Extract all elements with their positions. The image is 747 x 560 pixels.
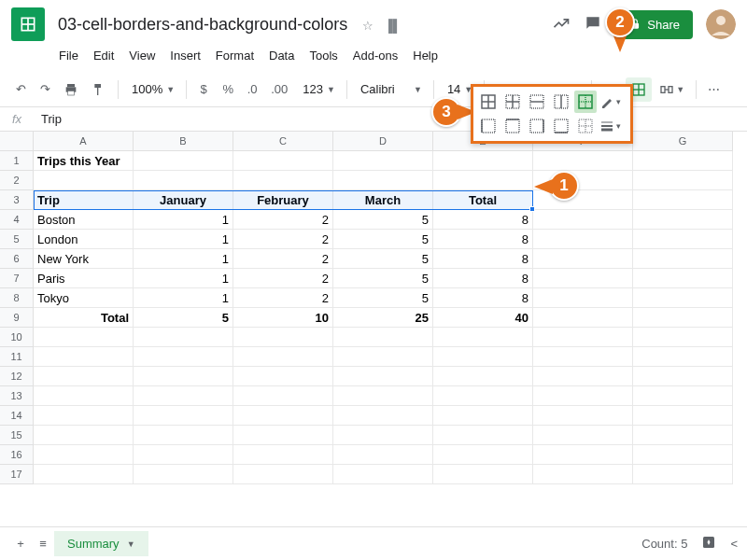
cell-F7[interactable] [533,269,633,288]
zoom-dropdown[interactable]: 100%▼ [124,74,180,105]
cell-B15[interactable] [134,426,233,445]
cell-C10[interactable] [233,328,333,347]
cell-G5[interactable] [633,230,733,249]
cell-G12[interactable] [633,367,733,386]
cell-A8[interactable]: Tokyo [34,288,134,308]
more-toolbar-button[interactable]: ⋯ [702,77,726,101]
cell-C13[interactable] [233,386,333,406]
star-icon[interactable]: ☆ [362,19,374,33]
trend-icon[interactable] [552,14,571,35]
menu-view[interactable]: View [122,45,162,66]
cell-C6[interactable]: 2 [233,249,333,269]
add-sheet-button[interactable]: + [9,532,32,555]
cell-G3[interactable] [633,190,733,210]
cell-B4[interactable]: 1 [134,210,233,230]
cell-A5[interactable]: London [34,230,134,249]
row-header-5[interactable]: 5 [0,230,34,249]
cell-G13[interactable] [633,386,733,406]
sheet-tab-menu-icon[interactable]: ▼ [127,539,135,549]
paint-format-button[interactable] [86,77,112,102]
cell-D9[interactable]: 25 [333,308,433,328]
cell-B6[interactable]: 1 [134,249,233,269]
cell-D11[interactable] [333,347,433,367]
row-header-11[interactable]: 11 [0,347,34,367]
menu-tools[interactable]: Tools [303,45,344,66]
row-header-16[interactable]: 16 [0,445,34,465]
cell-E12[interactable] [433,367,533,386]
border-right-icon[interactable] [526,115,548,137]
cell-F11[interactable] [533,347,633,367]
cell-F16[interactable] [533,445,633,465]
cell-B17[interactable] [134,465,233,484]
cell-A17[interactable] [34,465,134,484]
cell-B9[interactable]: 5 [134,308,233,328]
cell-E9[interactable]: 40 [433,308,533,328]
cell-B7[interactable]: 1 [134,269,233,288]
cell-F13[interactable] [533,386,633,406]
row-header-13[interactable]: 13 [0,386,34,406]
cell-D2[interactable] [333,171,433,190]
cell-C1[interactable] [233,151,333,171]
cell-A16[interactable] [34,445,134,465]
cell-D12[interactable] [333,367,433,386]
percent-button[interactable]: % [217,77,239,101]
sheet-tab-summary[interactable]: Summary ▼ [54,531,148,556]
cell-A14[interactable] [34,406,134,426]
cell-G10[interactable] [633,328,733,347]
cell-A9[interactable]: Total [34,308,134,328]
border-color-icon[interactable]: ▾ [599,91,621,113]
cell-F6[interactable] [533,249,633,269]
cell-A12[interactable] [34,367,134,386]
cell-G16[interactable] [633,445,733,465]
decrease-decimal-button[interactable]: .0 [241,77,263,101]
undo-button[interactable]: ↶ [9,77,32,101]
print-button[interactable] [58,77,84,102]
cell-B16[interactable] [134,445,233,465]
cell-E15[interactable] [433,426,533,445]
cell-B14[interactable] [134,406,233,426]
cell-F8[interactable] [533,288,633,308]
border-none-icon[interactable] [574,115,597,137]
cell-D1[interactable] [333,151,433,171]
border-horizontal-icon[interactable] [526,91,548,113]
row-header-3[interactable]: 3 [0,190,34,210]
cell-D4[interactable]: 5 [333,210,433,230]
chevron-left-icon[interactable]: < [730,537,738,551]
column-header-C[interactable]: C [233,132,333,151]
cell-A13[interactable] [34,386,134,406]
cell-B2[interactable] [134,171,233,190]
cell-B5[interactable]: 1 [134,230,233,249]
cell-G7[interactable] [633,269,733,288]
border-vertical-icon[interactable] [550,91,572,113]
cell-E5[interactable]: 8 [433,230,533,249]
menu-addons[interactable]: Add-ons [346,45,404,66]
cell-D17[interactable] [333,465,433,484]
cell-F10[interactable] [533,328,633,347]
row-header-9[interactable]: 9 [0,308,34,328]
cell-C7[interactable]: 2 [233,269,333,288]
cell-D3[interactable]: March [333,190,433,210]
cell-B12[interactable] [134,367,233,386]
row-header-8[interactable]: 8 [0,288,34,308]
row-header-1[interactable]: 1 [0,151,34,171]
cell-F15[interactable] [533,426,633,445]
cell-F1[interactable] [533,151,633,171]
cell-A11[interactable] [34,347,134,367]
cell-A3[interactable]: Trip [34,190,134,210]
cell-G14[interactable] [633,406,733,426]
cell-D10[interactable] [333,328,433,347]
border-all-icon[interactable] [477,91,500,113]
account-avatar[interactable] [706,9,736,39]
cell-E14[interactable] [433,406,533,426]
row-header-14[interactable]: 14 [0,406,34,426]
all-sheets-button[interactable]: ≡ [32,532,54,555]
cell-C11[interactable] [233,347,333,367]
column-header-A[interactable]: A [34,132,134,151]
cell-C8[interactable]: 2 [233,288,333,308]
cell-F9[interactable] [533,308,633,328]
cell-D5[interactable]: 5 [333,230,433,249]
cell-B1[interactable] [134,151,233,171]
menu-edit[interactable]: Edit [87,45,120,66]
menu-format[interactable]: Format [209,45,261,66]
cell-G6[interactable] [633,249,733,269]
